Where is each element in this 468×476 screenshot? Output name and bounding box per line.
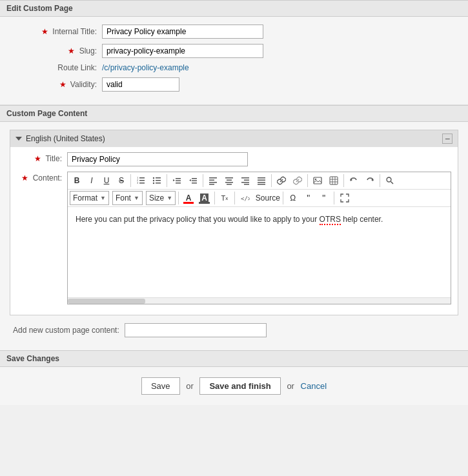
strikethrough-button[interactable]: S bbox=[114, 174, 128, 188]
svg-point-37 bbox=[315, 179, 316, 180]
add-content-input[interactable] bbox=[125, 323, 267, 337]
align-center-button[interactable] bbox=[221, 174, 237, 188]
align-right-button[interactable] bbox=[238, 174, 253, 188]
indent-button[interactable] bbox=[185, 174, 201, 188]
separator8 bbox=[178, 192, 179, 204]
size-dropdown[interactable]: Size ▼ bbox=[146, 191, 176, 205]
ordered-list-button[interactable]: 1 2 3 bbox=[133, 174, 148, 188]
content-section-header: Custom Page Content bbox=[0, 105, 468, 122]
find-icon bbox=[385, 176, 394, 185]
svg-rect-30 bbox=[241, 182, 249, 183]
svg-rect-33 bbox=[258, 180, 265, 181]
bg-color-label: A bbox=[200, 193, 209, 203]
content-section: English (United States) − ★ Title: ★ Con… bbox=[0, 122, 468, 350]
font-dropdown[interactable]: Font ▼ bbox=[112, 191, 143, 205]
collapse-button[interactable]: − bbox=[442, 134, 453, 144]
font-color-button[interactable]: A bbox=[181, 191, 196, 205]
otrs-word: OTRS bbox=[320, 215, 341, 225]
validity-input[interactable] bbox=[102, 77, 179, 92]
blockquote-icon: " bbox=[307, 193, 310, 203]
outdent-button[interactable] bbox=[169, 174, 185, 188]
svg-rect-26 bbox=[225, 182, 233, 183]
font-dropdown-arrow: ▼ bbox=[134, 195, 139, 201]
svg-rect-6 bbox=[156, 177, 161, 179]
table-button[interactable] bbox=[326, 174, 341, 188]
svg-marker-19 bbox=[189, 179, 191, 181]
source-label: Source bbox=[256, 193, 280, 203]
link-icon bbox=[277, 176, 286, 185]
align-right-icon bbox=[241, 176, 250, 185]
redo-icon bbox=[365, 176, 374, 185]
collapsible-header[interactable]: English (United States) − bbox=[10, 130, 458, 147]
blockquote-button[interactable]: " bbox=[301, 191, 316, 205]
unlink-button[interactable] bbox=[290, 174, 305, 188]
justify-button[interactable] bbox=[254, 174, 269, 188]
font-color-label: A bbox=[186, 193, 192, 203]
or-text-1: or bbox=[186, 381, 194, 391]
svg-line-46 bbox=[391, 182, 394, 184]
redo-button[interactable] bbox=[362, 174, 378, 188]
svg-rect-22 bbox=[209, 182, 217, 183]
validity-label: ★ Validity: bbox=[13, 80, 97, 89]
align-center-icon bbox=[225, 176, 234, 185]
svg-rect-20 bbox=[209, 177, 217, 179]
svg-rect-2 bbox=[139, 183, 145, 184]
format-dropdown[interactable]: Format ▼ bbox=[70, 191, 109, 205]
toolbar-row2: Format ▼ Font ▼ Size ▼ bbox=[68, 190, 451, 207]
remove-format-icon: T bbox=[221, 194, 225, 202]
slug-input[interactable] bbox=[102, 44, 263, 58]
cancel-link[interactable]: Cancel bbox=[301, 381, 327, 391]
title-input[interactable] bbox=[67, 152, 248, 166]
editor-scrollbar[interactable] bbox=[68, 297, 451, 304]
remove-format-button[interactable]: Tx bbox=[218, 191, 232, 205]
image-button[interactable] bbox=[310, 174, 325, 188]
title-label: ★ Title: bbox=[17, 152, 62, 163]
source-icon: </> bbox=[241, 193, 250, 203]
svg-rect-35 bbox=[258, 184, 265, 185]
ul-icon bbox=[152, 176, 161, 185]
quote-close-button[interactable]: " bbox=[317, 191, 331, 205]
separator5 bbox=[307, 174, 308, 187]
required-star-validity: ★ bbox=[59, 80, 66, 89]
language-label: English (United States) bbox=[26, 134, 105, 143]
remove-format-sub: x bbox=[225, 195, 228, 201]
internal-title-row: ★ Internal Title: bbox=[13, 25, 455, 39]
save-section: Save or Save and finish or Cancel bbox=[0, 367, 468, 405]
underline-button[interactable]: U bbox=[99, 174, 114, 188]
separator11 bbox=[283, 192, 283, 204]
save-finish-button[interactable]: Save and finish bbox=[199, 377, 280, 395]
italic-button[interactable]: I bbox=[85, 174, 99, 188]
route-link[interactable]: /c/privacy-policy-example bbox=[102, 63, 189, 72]
header-left: English (United States) bbox=[15, 134, 105, 143]
toolbar-row1: B I U S 1 2 3 bbox=[68, 172, 451, 190]
main-form: ★ Internal Title: ★ Slug: Route Link: /c… bbox=[0, 17, 468, 105]
undo-icon bbox=[349, 176, 358, 185]
add-content-row: Add new custom page content: bbox=[6, 323, 462, 342]
svg-point-11 bbox=[153, 183, 154, 184]
editor-scrollbar-thumb bbox=[68, 299, 145, 304]
unordered-list-button[interactable] bbox=[149, 174, 165, 188]
bg-color-button[interactable]: A bbox=[197, 191, 212, 205]
editor-wrapper: B I U S 1 2 3 bbox=[67, 172, 451, 304]
required-star: ★ bbox=[41, 27, 48, 36]
separator3 bbox=[203, 174, 203, 187]
align-left-button[interactable] bbox=[205, 174, 221, 188]
editor-content[interactable]: Here you can put the privacy policy that… bbox=[68, 207, 451, 297]
undo-button[interactable] bbox=[346, 174, 361, 188]
svg-rect-28 bbox=[241, 177, 249, 179]
bold-button[interactable]: B bbox=[70, 174, 84, 188]
svg-point-45 bbox=[387, 177, 391, 182]
image-icon bbox=[313, 176, 322, 185]
source-button[interactable]: </> bbox=[238, 191, 253, 205]
link-button[interactable] bbox=[274, 174, 289, 188]
svg-rect-27 bbox=[227, 184, 232, 185]
ol-icon: 1 2 3 bbox=[136, 176, 145, 185]
svg-rect-16 bbox=[192, 178, 197, 179]
save-button[interactable]: Save bbox=[141, 377, 180, 395]
internal-title-input[interactable] bbox=[102, 25, 263, 39]
find-button[interactable] bbox=[382, 174, 398, 188]
fullscreen-button[interactable] bbox=[337, 191, 352, 205]
bg-color-underbar bbox=[199, 202, 210, 204]
separator12 bbox=[334, 192, 334, 204]
omega-button[interactable]: Ω bbox=[286, 191, 300, 205]
